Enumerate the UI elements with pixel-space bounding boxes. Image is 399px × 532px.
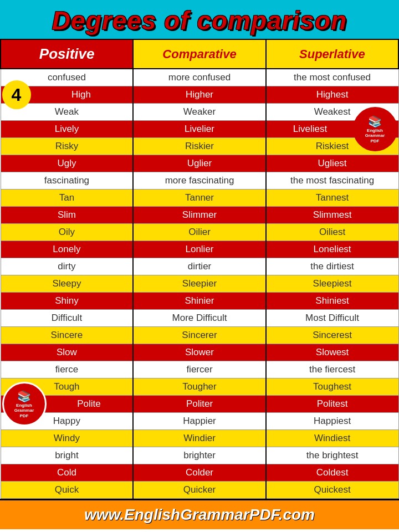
positive-cell: fierce — [1, 361, 133, 378]
table-row: 📚EnglishGrammarPDFPolitePoliterPolitest — [1, 396, 398, 413]
positive-word: Tan — [59, 192, 74, 203]
comparative-cell: Uglier — [133, 155, 265, 172]
superlative-word: Slowest — [316, 347, 349, 357]
superlative-word: Sincerest — [313, 330, 352, 340]
logo-english-grammar-1: 📚EnglishGrammarPDF — [353, 107, 397, 151]
logo-english-grammar-2: 📚EnglishGrammarPDF — [2, 382, 47, 426]
comparison-table: Positive Comparative Superlative confuse… — [0, 39, 399, 499]
comparative-cell: fiercer — [133, 361, 265, 378]
table-row: fascinatingmore fascinatingthe most fasc… — [1, 172, 398, 190]
comparative-cell: Livelier — [133, 121, 265, 138]
superlative-word: Shiniest — [315, 295, 349, 306]
positive-word: Quick — [55, 484, 79, 495]
table-row: OilyOilierOiliest — [1, 224, 398, 241]
superlative-word: Highest — [316, 89, 349, 100]
col-header-positive: Positive — [1, 39, 133, 69]
comparative-cell: Slimmer — [133, 207, 265, 224]
superlative-cell: Sincerest — [266, 327, 398, 344]
comparative-cell: Slower — [133, 344, 265, 361]
table-row: DifficultMore DifficultMost Difficult — [1, 310, 398, 327]
positive-word: Shiny — [55, 295, 79, 306]
positive-cell: Lonely — [1, 241, 133, 258]
positive-cell: dirty — [1, 258, 133, 275]
footer: www.EnglishGrammarPDF.com — [0, 499, 399, 529]
positive-cell: Slim — [1, 207, 133, 224]
table-row: ShinyShinierShiniest — [1, 293, 398, 310]
superlative-word: Loneliest — [314, 244, 351, 254]
positive-cell: Slow — [1, 344, 133, 361]
superlative-word: Riskiest — [316, 141, 349, 151]
comparative-cell: Happier — [133, 413, 265, 430]
positive-cell: Oily — [1, 224, 133, 241]
superlative-cell: Politest — [266, 396, 398, 413]
positive-cell: Ugly — [1, 155, 133, 172]
superlative-cell: Oiliest — [266, 224, 398, 241]
superlative-cell: Slimmest — [266, 207, 398, 224]
superlative-word: Politest — [317, 398, 348, 409]
table-row: ToughTougherToughest — [1, 378, 398, 396]
superlative-word: the fiercest — [309, 364, 355, 375]
comparative-cell: dirtier — [133, 258, 265, 275]
superlative-cell: the brightest — [266, 447, 398, 464]
positive-word: Oily — [59, 227, 75, 237]
positive-cell: Cold — [1, 464, 133, 482]
superlative-word: Quickest — [314, 484, 351, 495]
comparative-cell: Tanner — [133, 190, 265, 207]
comparative-cell: Quicker — [133, 482, 265, 499]
positive-cell: Windy — [1, 430, 133, 447]
superlative-cell: Coldest — [266, 464, 398, 482]
superlative-cell: Windiest — [266, 430, 398, 447]
superlative-cell: the fiercest — [266, 361, 398, 378]
positive-word: High — [71, 89, 91, 100]
positive-cell: 4High — [1, 86, 133, 104]
badge-4: 4 — [2, 80, 31, 109]
positive-word: Weak — [55, 106, 79, 117]
comparative-cell: Sleepier — [133, 275, 265, 293]
superlative-word: Toughest — [313, 381, 351, 392]
positive-word: Happy — [53, 416, 80, 426]
positive-word: Tough — [54, 381, 79, 392]
positive-word: Slow — [57, 347, 77, 357]
comparative-cell: more confused — [133, 69, 265, 86]
positive-word: fierce — [55, 364, 79, 375]
comparative-cell: more fascinating — [133, 172, 265, 190]
positive-word: Windy — [54, 433, 80, 443]
table-row: WeakWeakerWeakest — [1, 104, 398, 121]
superlative-cell: the most fascinating — [266, 172, 398, 190]
table-row: ColdColderColdest — [1, 464, 398, 482]
table-row: RiskyRiskierRiskiest — [1, 138, 398, 155]
comparative-cell: Politer — [133, 396, 265, 413]
comparative-cell: Oilier — [133, 224, 265, 241]
positive-cell: Tan — [1, 190, 133, 207]
table-row: brightbrighterthe brightest — [1, 447, 398, 464]
table-row: fiercefiercerthe fiercest — [1, 361, 398, 378]
positive-cell: fascinating — [1, 172, 133, 190]
positive-word: Lonely — [53, 244, 80, 254]
superlative-word: Weakest — [314, 106, 351, 117]
positive-word: Sleepy — [52, 278, 81, 289]
table-row: LivelyLivelier📚EnglishGrammarPDFLivelies… — [1, 121, 398, 138]
positive-word: Slim — [58, 209, 76, 220]
header: Degrees of comparison — [0, 0, 399, 39]
positive-cell: 📚EnglishGrammarPDFPolite — [1, 396, 133, 413]
superlative-word: Windiest — [314, 433, 350, 443]
positive-word: confused — [48, 72, 86, 83]
table-row: SlimSlimmerSlimmest — [1, 207, 398, 224]
table-row: 4HighHigherHighest — [1, 86, 398, 104]
comparative-cell: Shinier — [133, 293, 265, 310]
positive-word: Cold — [57, 467, 76, 478]
superlative-cell: Slowest — [266, 344, 398, 361]
superlative-cell: Ugliest — [266, 155, 398, 172]
superlative-cell: the most confused — [266, 69, 398, 86]
positive-cell: Lively — [1, 121, 133, 138]
footer-text: www.EnglishGrammarPDF.com — [0, 506, 399, 524]
positive-word: Lively — [55, 124, 79, 134]
superlative-word: Tannest — [316, 192, 349, 203]
superlative-word: the dirtiest — [310, 261, 354, 272]
positive-word: dirty — [58, 261, 75, 272]
superlative-cell: the dirtiest — [266, 258, 398, 275]
col-header-comparative: Comparative — [133, 39, 265, 69]
superlative-cell: 📚EnglishGrammarPDFLiveliest — [266, 121, 398, 138]
positive-cell: Shiny — [1, 293, 133, 310]
superlative-word: Liveliest — [293, 124, 327, 134]
